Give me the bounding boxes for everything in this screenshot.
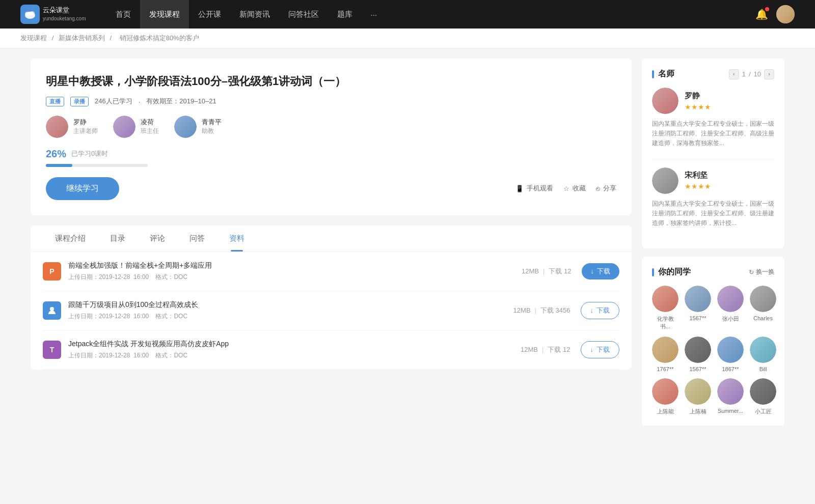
mobile-watch-button[interactable]: 📱 手机观看 <box>515 184 553 193</box>
file-icon-1 <box>43 301 61 320</box>
breadcrumb-current: 销冠修炼术搞定80%的客户 <box>120 34 199 42</box>
download-button-2[interactable]: ↓ 下载 <box>581 341 620 358</box>
refresh-button[interactable]: ↻ 换一换 <box>749 268 774 276</box>
tab-intro[interactable]: 课程介绍 <box>43 226 98 251</box>
nav-open[interactable]: 公开课 <box>189 0 230 29</box>
download-button-1[interactable]: ↓ 下载 <box>581 302 620 319</box>
file-divider-0: | <box>543 267 545 275</box>
breadcrumb-sep1: / <box>52 34 56 42</box>
file-item-2: T Jetpack全组件实战 开发短视频应用高仿皮皮虾App 上传日期：2019… <box>43 330 619 370</box>
logo[interactable]: 云朵课堂yundouketang.com <box>20 5 86 24</box>
classmate-10: Summer... <box>717 378 744 415</box>
file-downloads-2: 下载 12 <box>548 345 570 354</box>
file-downloads-1: 下载 3456 <box>540 306 570 315</box>
teacher-card-info-1: 宋利坚 ★★★★ <box>685 171 711 190</box>
teacher-card-desc-1: 国内某重点大学安全工程专业硕士，国家一级注册消防工程师、注册安全工程师、级注册建… <box>652 199 774 229</box>
classmate-2: 张小田 <box>717 286 744 330</box>
tab-qa[interactable]: 问答 <box>177 226 217 251</box>
file-info-1: 跟随千万级项目从0到100全过程高效成长 上传日期：2019-12-28 16:… <box>68 300 513 321</box>
svg-point-2 <box>30 11 35 15</box>
student-count: 246人已学习 <box>95 97 132 106</box>
content-left: 明星中教授课，小学阶段语法100分–强化级第1讲动词（一） 直播 录播 246人… <box>31 59 632 434</box>
classmate-avatar-img-4 <box>652 337 678 363</box>
download-icon-0: ↓ <box>591 267 594 275</box>
collect-button[interactable]: ☆ 收藏 <box>563 184 586 193</box>
teacher-role-2: 助教 <box>202 127 222 135</box>
tabs-section: 课程介绍 目录 评论 问答 资料 P 前端全栈加强版！前端全栈+全周期+多端应用… <box>31 226 632 370</box>
share-button[interactable]: ⎋ 分享 <box>596 184 616 193</box>
file-item-0: P 前端全栈加强版！前端全栈+全周期+多端应用 上传日期：2019-12-28 … <box>43 252 619 291</box>
classmate-avatar-img-2 <box>717 286 744 312</box>
next-teacher-btn[interactable]: › <box>764 69 774 79</box>
continue-button[interactable]: 继续学习 <box>46 177 119 200</box>
meta-dot: · <box>139 98 141 105</box>
prev-teacher-btn[interactable]: ‹ <box>729 69 739 79</box>
teacher-info-0: 罗静 主讲老师 <box>73 118 98 135</box>
teacher-card-1: 宋利坚 ★★★★ 国内某重点大学安全工程专业硕士，国家一级注册消防工程师、注册安… <box>652 167 774 229</box>
teachers-list: 罗静 主讲老师 凌荷 班主任 <box>46 116 616 138</box>
teacher-name-2: 青青平 <box>202 118 222 127</box>
notification-dot <box>765 7 769 11</box>
tag-live: 直播 <box>46 97 64 106</box>
classmate-avatar-5 <box>685 337 711 363</box>
file-icon-0: P <box>43 262 61 281</box>
file-size-1: 12MB <box>513 306 531 314</box>
classmate-avatar-1 <box>685 286 711 312</box>
classmate-avatar-img-8 <box>652 378 678 405</box>
file-name-1: 跟随千万级项目从0到100全过程高效成长 <box>68 300 513 310</box>
teacher-avatar-2 <box>174 116 197 138</box>
breadcrumb-discover[interactable]: 发现课程 <box>20 34 47 42</box>
teacher-page-sep: / <box>749 70 751 78</box>
nav-discover[interactable]: 发现课程 <box>140 0 189 29</box>
file-downloads-0: 下载 12 <box>549 267 571 276</box>
classmate-5: 1567** <box>685 337 711 372</box>
teacher-avatar-img-1 <box>113 116 135 138</box>
tab-materials[interactable]: 资料 <box>217 226 257 251</box>
classmate-name-5: 1567** <box>689 366 706 372</box>
file-stats-2: 12MB | 下载 12 <box>521 345 570 354</box>
teacher-card-avatar-img-0 <box>652 88 678 114</box>
teacher-1: 凌荷 班主任 <box>113 116 159 138</box>
file-icon-2: T <box>43 341 61 359</box>
tab-review[interactable]: 评论 <box>138 226 177 251</box>
teacher-avatar-img-0 <box>46 116 68 138</box>
classmate-name-6: 1867** <box>722 366 739 372</box>
classmate-name-10: Summer... <box>718 408 743 414</box>
teachers-panel-title: 名师 ‹ 1 / 10 › <box>652 69 774 79</box>
teacher-card-stars-1: ★★★★ <box>685 182 711 190</box>
share-icon: ⎋ <box>596 185 600 192</box>
main-layout: 明星中教授课，小学阶段语法100分–强化级第1讲动词（一） 直播 录播 246人… <box>10 48 805 444</box>
nav-exam[interactable]: 题库 <box>328 0 362 29</box>
nav-qa[interactable]: 问答社区 <box>279 0 328 29</box>
file-divider-1: | <box>535 306 536 314</box>
notification-bell[interactable]: 🔔 <box>755 8 768 20</box>
teacher-card-desc-0: 国内某重点大学安全工程专业硕士，国家一级注册消防工程师、注册安全工程师、高级注册… <box>652 119 774 149</box>
avatar-image <box>776 5 795 23</box>
teachers-title-text: 名师 <box>658 69 674 79</box>
classmate-avatar-img-6 <box>717 337 744 363</box>
file-name-2: Jetpack全组件实战 开发短视频应用高仿皮皮虾App <box>68 340 521 349</box>
classmate-6: 1867** <box>717 337 744 372</box>
download-button-0[interactable]: ↓ 下载 <box>582 263 620 279</box>
classmate-avatar-2 <box>717 286 744 312</box>
nav-news[interactable]: 新闻资讯 <box>230 0 279 29</box>
classmate-avatar-7 <box>750 337 776 363</box>
user-avatar[interactable] <box>776 5 795 23</box>
file-divider-2: | <box>542 346 544 353</box>
classmate-name-1: 1567** <box>689 315 706 321</box>
download-label-0: 下载 <box>597 267 610 276</box>
teacher-card-header-1: 宋利坚 ★★★★ <box>652 167 774 194</box>
file-size-2: 12MB <box>521 346 538 353</box>
classmates-panel-title: 你的同学 ↻ 换一换 <box>652 267 774 277</box>
tab-catalog[interactable]: 目录 <box>98 226 138 251</box>
progress-bar-fill <box>46 164 72 167</box>
classmate-name-9: 上陈楠 <box>690 408 707 415</box>
progress-label: 已学习0课时 <box>71 149 108 158</box>
course-actions: 继续学习 📱 手机观看 ☆ 收藏 ⎋ 分享 <box>46 177 616 200</box>
file-meta-2: 上传日期：2019-12-28 16:00 格式：DOC <box>68 351 521 360</box>
classmate-avatar-4 <box>652 337 678 363</box>
breadcrumb-series[interactable]: 新媒体营销系列 <box>59 34 105 42</box>
nav-more[interactable]: ··· <box>362 0 387 29</box>
teacher-divider <box>652 159 774 159</box>
nav-home[interactable]: 首页 <box>106 0 140 29</box>
